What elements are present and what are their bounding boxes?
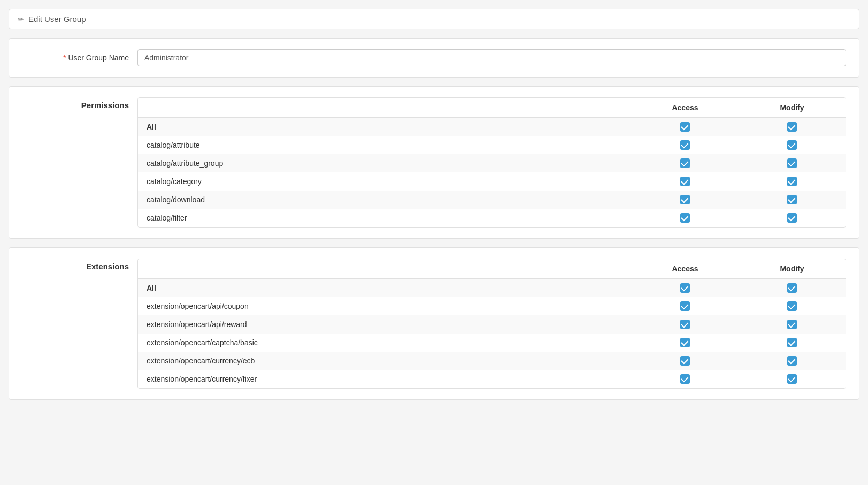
- row-name: extension/opencart/api/coupon: [138, 297, 632, 315]
- row-access-cell: [632, 172, 739, 191]
- form-row-name: *User Group Name: [22, 49, 846, 66]
- user-group-name-label: *User Group Name: [22, 54, 129, 62]
- table-row: extension/opencart/api/coupon: [138, 297, 846, 315]
- table-row: extension/opencart/captcha/basic: [138, 334, 846, 352]
- user-group-name-input[interactable]: [137, 49, 846, 66]
- row-name: extension/opencart/api/reward: [138, 315, 632, 334]
- row-access-cell: [632, 315, 739, 334]
- row-access-cell: [632, 136, 739, 154]
- modify-checkbox[interactable]: [787, 213, 797, 223]
- extensions-header-row: Access Modify: [138, 259, 846, 279]
- extensions-section: Extensions Access Modify Allextension/op…: [9, 247, 859, 400]
- permissions-row: Permissions Access Modify Allcatalog/att…: [22, 97, 846, 228]
- modify-checkbox[interactable]: [787, 122, 797, 132]
- edit-icon: ✏: [18, 15, 24, 24]
- modify-checkbox[interactable]: [787, 177, 797, 186]
- extensions-col-modify-header: Modify: [739, 259, 846, 279]
- row-name: catalog/download: [138, 191, 632, 209]
- permissions-col-modify-header: Modify: [739, 98, 846, 118]
- access-checkbox[interactable]: [680, 301, 690, 311]
- row-modify-cell: [739, 370, 846, 388]
- modify-checkbox[interactable]: [787, 158, 797, 168]
- row-name: catalog/attribute_group: [138, 154, 632, 172]
- extensions-row: Extensions Access Modify Allextension/op…: [22, 259, 846, 389]
- row-name: extension/opencart/currency/fixer: [138, 370, 632, 388]
- extensions-table-container[interactable]: Access Modify Allextension/opencart/api/…: [137, 259, 846, 389]
- table-row: catalog/category: [138, 172, 846, 191]
- row-access-cell: [632, 209, 739, 227]
- table-row: catalog/download: [138, 191, 846, 209]
- row-modify-cell: [739, 136, 846, 154]
- row-modify-cell: [739, 172, 846, 191]
- access-checkbox[interactable]: [680, 213, 690, 223]
- user-group-name-section: *User Group Name: [9, 38, 859, 78]
- table-row: All: [138, 279, 846, 298]
- permissions-table-container[interactable]: Access Modify Allcatalog/attributecatalo…: [137, 97, 846, 228]
- table-row: catalog/filter: [138, 209, 846, 227]
- row-modify-cell: [739, 315, 846, 334]
- modify-checkbox[interactable]: [787, 301, 797, 311]
- row-access-cell: [632, 118, 739, 137]
- permissions-label: Permissions: [22, 97, 129, 110]
- access-checkbox[interactable]: [680, 177, 690, 186]
- table-row: All: [138, 118, 846, 137]
- access-checkbox[interactable]: [680, 283, 690, 293]
- table-row: extension/opencart/currency/fixer: [138, 370, 846, 388]
- access-checkbox[interactable]: [680, 374, 690, 384]
- permissions-col-name: [138, 98, 632, 118]
- access-checkbox[interactable]: [680, 140, 690, 150]
- row-modify-cell: [739, 279, 846, 298]
- table-row: extension/opencart/api/reward: [138, 315, 846, 334]
- row-access-cell: [632, 191, 739, 209]
- row-name: catalog/category: [138, 172, 632, 191]
- row-modify-cell: [739, 352, 846, 370]
- extensions-label: Extensions: [22, 259, 129, 271]
- row-name: catalog/filter: [138, 209, 632, 227]
- page-header: ✏ Edit User Group: [9, 9, 859, 29]
- required-star: *: [63, 54, 66, 62]
- row-modify-cell: [739, 191, 846, 209]
- access-checkbox[interactable]: [680, 356, 690, 366]
- access-checkbox[interactable]: [680, 320, 690, 329]
- row-name: All: [138, 279, 632, 298]
- row-access-cell: [632, 334, 739, 352]
- row-name: extension/opencart/currency/ecb: [138, 352, 632, 370]
- modify-checkbox[interactable]: [787, 374, 797, 384]
- modify-checkbox[interactable]: [787, 140, 797, 150]
- modify-checkbox[interactable]: [787, 356, 797, 366]
- row-modify-cell: [739, 334, 846, 352]
- permissions-section: Permissions Access Modify Allcatalog/att…: [9, 86, 859, 239]
- row-modify-cell: [739, 209, 846, 227]
- table-row: catalog/attribute: [138, 136, 846, 154]
- page-title: Edit User Group: [28, 14, 86, 24]
- row-name: All: [138, 118, 632, 137]
- modify-checkbox[interactable]: [787, 338, 797, 347]
- row-access-cell: [632, 352, 739, 370]
- permissions-table: Access Modify Allcatalog/attributecatalo…: [138, 98, 846, 227]
- row-access-cell: [632, 279, 739, 298]
- row-modify-cell: [739, 297, 846, 315]
- row-modify-cell: [739, 118, 846, 137]
- modify-checkbox[interactable]: [787, 320, 797, 329]
- extensions-col-access-header: Access: [632, 259, 739, 279]
- access-checkbox[interactable]: [680, 122, 690, 132]
- row-access-cell: [632, 154, 739, 172]
- permissions-header-row: Access Modify: [138, 98, 846, 118]
- modify-checkbox[interactable]: [787, 195, 797, 204]
- access-checkbox[interactable]: [680, 158, 690, 168]
- modify-checkbox[interactable]: [787, 283, 797, 293]
- table-row: catalog/attribute_group: [138, 154, 846, 172]
- permissions-col-access-header: Access: [632, 98, 739, 118]
- access-checkbox[interactable]: [680, 195, 690, 204]
- row-access-cell: [632, 297, 739, 315]
- page-wrapper: ✏ Edit User Group *User Group Name Permi…: [0, 0, 868, 417]
- row-name: catalog/attribute: [138, 136, 632, 154]
- extensions-col-name: [138, 259, 632, 279]
- row-access-cell: [632, 370, 739, 388]
- row-name: extension/opencart/captcha/basic: [138, 334, 632, 352]
- access-checkbox[interactable]: [680, 338, 690, 347]
- row-modify-cell: [739, 154, 846, 172]
- extensions-table: Access Modify Allextension/opencart/api/…: [138, 259, 846, 388]
- table-row: extension/opencart/currency/ecb: [138, 352, 846, 370]
